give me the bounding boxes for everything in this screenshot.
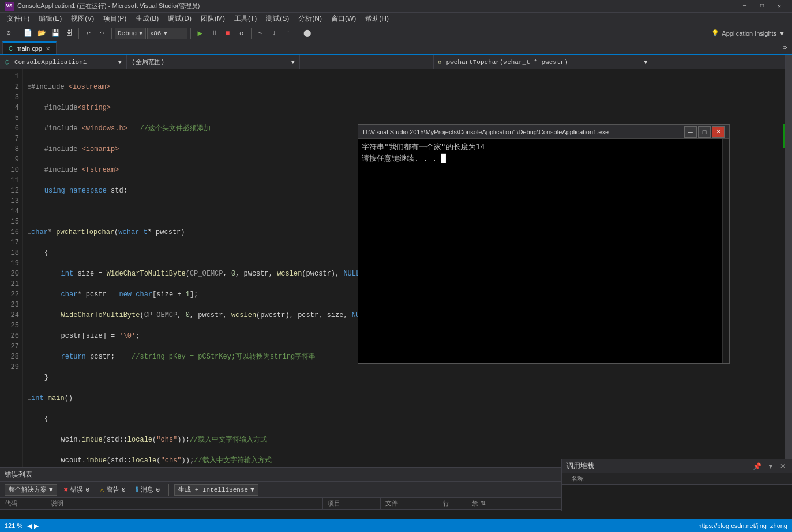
menu-help[interactable]: 帮助(H) (361, 13, 393, 25)
warning-icon: ⚠ (100, 485, 104, 495)
console-scrollbar[interactable] (722, 139, 729, 363)
toolbar-sep4 (190, 28, 191, 39)
messages-badge[interactable]: ℹ 消息 0 (132, 484, 163, 496)
panel-menu-icon[interactable]: ▼ (765, 462, 776, 470)
vs-logo-icon: VS (5, 2, 14, 11)
nav-scroll-right (785, 55, 792, 69)
step-over-btn[interactable]: ↷ (254, 27, 267, 40)
breakpoint-btn[interactable]: ⬤ (301, 27, 314, 40)
toolbar-saveall-btn[interactable]: 🗄 (63, 27, 76, 40)
toolbar-save-btn[interactable]: 💾 (49, 27, 62, 40)
toolbar-sep1 (18, 28, 18, 39)
menu-window[interactable]: 窗口(W) (326, 13, 361, 25)
zoom-controls: ◀ ▶ (27, 522, 39, 530)
menu-file[interactable]: 文件(F) (2, 13, 34, 25)
line-numbers: 12345 678910 1112131415 1617181920 21222… (0, 69, 23, 467)
minimize-button[interactable]: ─ (737, 0, 753, 13)
console-maximize-button[interactable]: □ (698, 126, 711, 138)
menu-team[interactable]: 团队(M) (196, 13, 230, 25)
error-count: 0 (85, 486, 89, 493)
project-dropdown[interactable]: ⬡ ConsoleApplication1 ▼ (0, 55, 127, 69)
menu-analyze[interactable]: 分析(N) (294, 13, 326, 25)
error-icon: ✖ (64, 485, 69, 495)
col-header-desc: 说明 (46, 498, 323, 509)
chevron-down-icon: ▼ (163, 30, 167, 37)
warning-label: 警告 (107, 485, 119, 494)
close-button[interactable]: ✕ (771, 0, 787, 13)
console-output: 字符串"我们都有一个家"的长度为14 请按任意键继续. . . █ (358, 139, 729, 363)
zoom-increase-icon[interactable]: ▶ (34, 522, 39, 530)
close-panel-icon[interactable]: ✕ (778, 462, 787, 470)
toolbar-sep3 (111, 28, 112, 39)
build-filter-dropdown[interactable]: 生成 + IntelliSense ▼ (174, 484, 258, 496)
messages-count: 0 (156, 486, 160, 493)
toolbar-sep6 (298, 28, 298, 39)
console-minimize-button[interactable]: ─ (684, 126, 697, 138)
col-header-proj: 项目 (323, 498, 381, 509)
zoom-decrease-icon[interactable]: ◀ (27, 522, 32, 530)
error-label: 错误 (70, 485, 83, 494)
solution-filter-dropdown[interactable]: 整个解决方案 ▼ (5, 484, 57, 496)
status-bar: 121 % ◀ ▶ https://blog.csdn.net/jing_zho… (0, 519, 792, 532)
debug-config-dropdown[interactable]: Debug ▼ (115, 28, 146, 39)
menu-build[interactable]: 生成(B) (131, 13, 163, 25)
menu-test[interactable]: 测试(S) (261, 13, 294, 25)
toolbar-open-btn[interactable]: 📂 (35, 27, 48, 40)
col-header-file: 文件 (381, 498, 438, 509)
app-insights-button[interactable]: 💡 Application Insights ▼ (707, 29, 790, 37)
pin-icon[interactable]: 📌 (751, 462, 763, 470)
nav-bar: ⬡ ConsoleApplication1 ▼ (全局范围) ▼ ⚙ pwcha… (0, 55, 792, 69)
col-header-name: 名称 (566, 473, 787, 484)
window-controls: ─ □ ✕ (737, 0, 787, 13)
stop-button[interactable]: ■ (222, 27, 234, 40)
call-stack-title: 调用堆栈 (566, 461, 594, 471)
step-out-btn[interactable]: ↑ (282, 27, 295, 40)
toolbar-redo-btn[interactable]: ↪ (96, 27, 108, 40)
continue-button[interactable]: ▶ (194, 27, 207, 40)
toolbar-new-btn[interactable]: 📄 (21, 27, 34, 40)
menu-edit[interactable]: 编辑(E) (34, 13, 66, 25)
code-scrollbar[interactable] (785, 69, 792, 467)
console-window-controls: ─ □ ✕ (684, 126, 725, 138)
menu-tools[interactable]: 工具(T) (230, 13, 261, 25)
step-into-btn[interactable]: ↓ (268, 27, 281, 40)
code-area: 12345 678910 1112131415 1617181920 21222… (0, 69, 792, 467)
menu-view[interactable]: 视图(V) (66, 13, 99, 25)
menu-bar: 文件(F) 编辑(E) 视图(V) 项目(P) 生成(B) 调试(D) 团队(M… (0, 13, 792, 25)
restart-button[interactable]: ↺ (235, 27, 248, 40)
console-titlebar[interactable]: D:\Visual Studio 2015\MyProjects\Console… (358, 125, 729, 139)
title-bar: VS ConsoleApplication1 (正在运行) - Microsof… (0, 0, 792, 13)
chevron-down-icon: ▼ (644, 59, 648, 66)
console-title: D:\Visual Studio 2015\MyProjects\Console… (363, 129, 684, 135)
chevron-down-icon: ▼ (139, 30, 143, 37)
menu-debug[interactable]: 调试(D) (163, 13, 196, 25)
maximize-button[interactable]: □ (754, 0, 770, 13)
status-url: https://blog.csdn.net/jing_zhong (698, 522, 787, 529)
toolbar-sep5 (251, 28, 252, 39)
toolbar-sep2 (78, 28, 79, 39)
err-sep (168, 484, 169, 496)
change-indicator (783, 124, 785, 148)
chevron-down-icon: ▼ (250, 486, 254, 493)
tab-bar: C main.cpp ✕ » (0, 41, 792, 55)
tab-scroll-right[interactable]: » (780, 41, 790, 54)
menu-project[interactable]: 项目(P) (99, 13, 131, 25)
warnings-badge[interactable]: ⚠ 警告 0 (96, 484, 129, 496)
messages-label: 消息 (141, 485, 153, 494)
editor-tab-main-cpp[interactable]: C main.cpp ✕ (2, 41, 57, 54)
call-stack-controls: 📌 ▼ ✕ (751, 462, 787, 470)
call-stack-columns: 名称 (562, 473, 792, 485)
platform-dropdown[interactable]: x86 ▼ (147, 28, 187, 39)
console-close-button[interactable]: ✕ (712, 126, 725, 138)
pause-button[interactable]: ⏸ (208, 27, 220, 40)
errors-badge[interactable]: ✖ 错误 0 (61, 484, 93, 496)
symbol-dropdown[interactable]: ⚙ pwchartTopchar(wchar_t * pwcstr) ▼ (433, 55, 652, 69)
zoom-level: 121 % (5, 522, 22, 529)
scope-dropdown[interactable]: (全局范围) ▼ (127, 55, 300, 69)
sort-icon: ⇅ (481, 500, 486, 507)
toolbar: ⊙ 📄 📂 💾 🗄 ↩ ↪ Debug ▼ x86 ▼ ▶ ⏸ ■ ↺ ↷ ↓ … (0, 25, 792, 41)
toolbar-undo-btn[interactable]: ↩ (82, 27, 95, 40)
chevron-down-icon: ▼ (291, 59, 295, 66)
tab-close-icon[interactable]: ✕ (46, 46, 50, 52)
toolbar-back-btn[interactable]: ⊙ (2, 27, 15, 40)
